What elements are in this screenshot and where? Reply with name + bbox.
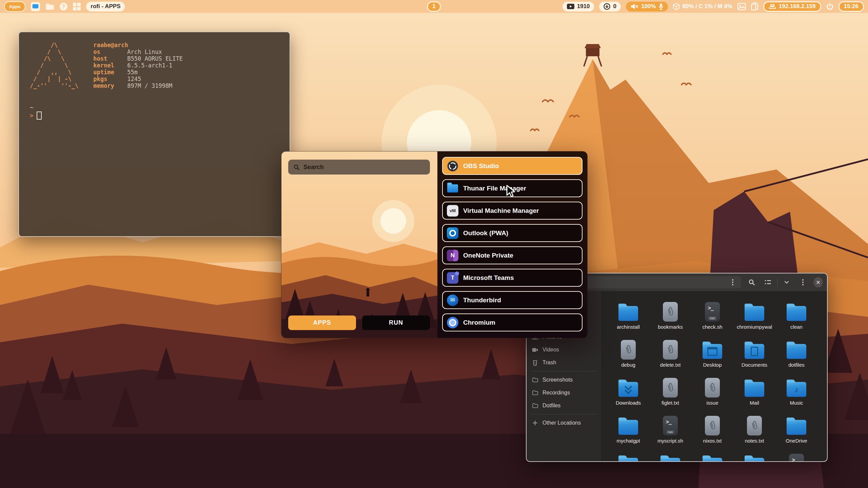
list-item-outlook[interactable]: Outlook (PWA) xyxy=(442,224,583,242)
file-item[interactable] xyxy=(733,452,775,462)
file-item[interactable]: Downloads xyxy=(607,377,649,414)
file-item[interactable] xyxy=(691,452,733,462)
menu-kebab-icon[interactable] xyxy=(797,277,808,288)
network-widget[interactable]: 192.168.2.159 xyxy=(763,1,821,12)
file-item[interactable]: clean xyxy=(775,301,817,339)
app-grid-icon[interactable] xyxy=(73,3,81,11)
file-item[interactable]: issue xyxy=(691,377,733,414)
folder-icon xyxy=(532,390,538,395)
file-item[interactable]: figlet.txt xyxy=(649,377,691,414)
file-icon xyxy=(745,416,764,435)
apps-button[interactable]: Apps xyxy=(4,1,25,12)
file-item[interactable]: ♪ Music xyxy=(775,377,817,414)
file-item[interactable]: >_run myscript.sh xyxy=(649,414,691,452)
file-item[interactable] xyxy=(607,452,649,462)
file-item[interactable] xyxy=(649,452,691,462)
prompt-path: ~ xyxy=(30,104,279,111)
onenote-icon: N xyxy=(447,250,458,261)
file-item[interactable]: archinstall xyxy=(607,301,649,339)
list-view-icon[interactable] xyxy=(762,277,774,288)
desktop: Apps rofi - APPS 1 1910 0 100% xyxy=(0,0,868,488)
display-icon[interactable] xyxy=(31,2,40,11)
screenshot-icon[interactable] xyxy=(737,3,746,10)
help-icon[interactable] xyxy=(60,3,67,11)
terminal-window[interactable]: /\ / \ /\ \ / \ / ,, \ / | | -\ /_-'' ''… xyxy=(18,32,290,237)
volume-widget[interactable]: 100% xyxy=(626,2,668,12)
sidebar-item-recordings[interactable]: Recordings xyxy=(527,386,601,399)
virt-manager-icon: vM xyxy=(447,205,458,217)
list-item-onenote[interactable]: N OneNote Private xyxy=(442,246,583,264)
file-item[interactable]: notes.txt xyxy=(733,414,775,452)
mouse-cursor xyxy=(506,185,516,198)
updates-icon xyxy=(604,3,610,10)
file-item[interactable]: Documents xyxy=(733,339,775,377)
sidebar-divider xyxy=(531,371,597,371)
thunar-icon xyxy=(447,183,458,194)
clipboard-icon[interactable] xyxy=(751,2,758,11)
arch-ascii-logo: /\ / \ /\ \ / \ / ,, \ / | | -\ /_-'' ''… xyxy=(30,42,78,89)
folder-icon xyxy=(787,416,806,435)
path-menu-kebab-icon[interactable] xyxy=(727,277,738,288)
clock-widget[interactable]: 15:26 xyxy=(839,1,864,12)
tab-run[interactable]: RUN xyxy=(362,316,430,330)
file-item[interactable]: OneDrive xyxy=(775,414,817,452)
tab-apps[interactable]: APPS xyxy=(288,316,356,330)
search-icon[interactable] xyxy=(746,277,757,288)
obs-studio-icon xyxy=(447,160,458,172)
youtube-icon xyxy=(567,4,574,9)
chromium-icon xyxy=(447,317,458,328)
file-item[interactable]: chromiumpywal xyxy=(733,301,775,339)
close-icon[interactable]: ✕ xyxy=(813,277,823,287)
file-item[interactable]: >_ xyxy=(775,452,817,462)
sidebar-item-other-locations[interactable]: Other Locations xyxy=(527,416,601,429)
folder-icon xyxy=(660,454,680,462)
rofi-left-panel: Search APPS RUN xyxy=(281,151,437,338)
file-item[interactable]: nixos.txt xyxy=(691,414,733,452)
info-row: osArch Linux xyxy=(93,48,183,55)
info-row: pkgs1245 xyxy=(93,76,183,82)
file-icon xyxy=(660,378,680,398)
system-stats[interactable]: 80% / C 1% / M 4% xyxy=(673,3,732,10)
list-item-chromium[interactable]: Chromium xyxy=(442,313,583,331)
file-item[interactable]: Desktop xyxy=(691,339,733,377)
music-folder-icon: ♪ xyxy=(787,378,806,398)
network-ip: 192.168.2.159 xyxy=(779,3,816,10)
top-bar: Apps rofi - APPS 1 1910 0 100% xyxy=(0,0,868,13)
sidebar-item-screenshots[interactable]: Screenshots xyxy=(527,373,601,386)
power-icon[interactable] xyxy=(826,3,833,10)
folder-icon xyxy=(745,302,764,322)
pictures-folder-icon xyxy=(618,454,638,462)
youtube-widget[interactable]: 1910 xyxy=(563,2,594,12)
sidebar-item-trash[interactable]: Trash xyxy=(527,356,601,369)
file-item[interactable]: Mail xyxy=(733,377,775,414)
updates-widget[interactable]: 0 xyxy=(599,2,620,12)
list-item-virtual-machine-manager[interactable]: vM Virtual Machine Manager xyxy=(442,202,583,220)
search-input[interactable]: Search xyxy=(288,160,430,175)
view-options-chevron-icon[interactable] xyxy=(781,277,792,288)
list-item-thunderbird[interactable]: ✉ Thunderbird xyxy=(442,291,583,309)
documents-folder-icon xyxy=(745,340,764,360)
workspace-number: 1 xyxy=(432,3,435,10)
file-item[interactable]: mychatgpt xyxy=(607,414,649,452)
file-item[interactable]: debug xyxy=(607,339,649,377)
file-item[interactable]: dotfiles xyxy=(775,339,817,377)
sidebar-item-videos[interactable]: Videos xyxy=(527,343,601,356)
script-icon: >_ xyxy=(787,454,806,462)
rofi-launcher: Search APPS RUN OBS Studio Thunar File M… xyxy=(281,151,588,338)
list-item-microsoft-teams[interactable]: T Microsoft Teams xyxy=(442,269,583,287)
file-icon xyxy=(660,302,680,322)
file-item[interactable]: delete.txt xyxy=(649,339,691,377)
file-icon xyxy=(660,340,680,360)
window-title-pill[interactable]: rofi - APPS xyxy=(86,2,125,12)
folder-icon[interactable] xyxy=(45,3,54,10)
list-item-obs-studio[interactable]: OBS Studio xyxy=(442,157,583,175)
file-item[interactable]: bookmarks xyxy=(649,301,691,339)
prompt-symbol: > xyxy=(30,112,33,119)
teams-icon: T xyxy=(447,272,458,284)
folder-icon xyxy=(618,302,638,322)
search-placeholder: Search xyxy=(303,164,324,171)
workspace-badge[interactable]: 1 xyxy=(427,1,441,12)
sidebar-item-dotfiles[interactable]: Dotfiles xyxy=(527,399,601,412)
ethernet-icon xyxy=(769,4,776,9)
file-item[interactable]: >_run check.sh xyxy=(691,301,733,339)
